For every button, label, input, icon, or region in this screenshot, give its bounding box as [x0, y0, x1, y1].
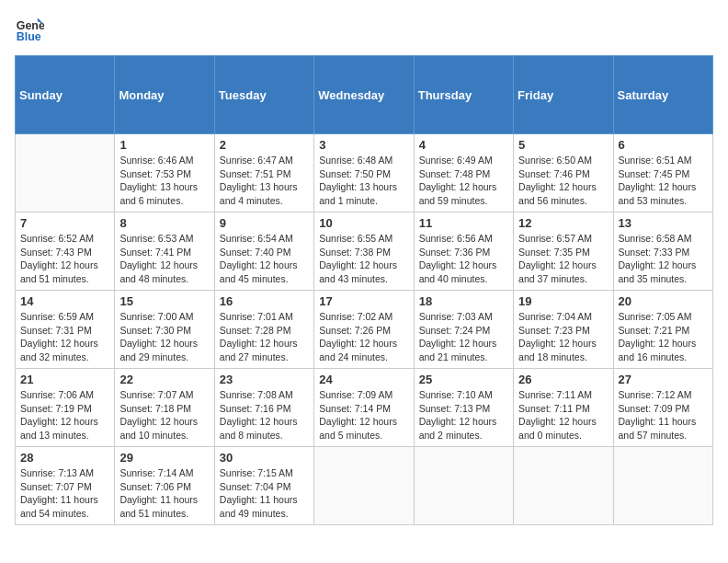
- calendar-cell: 16Sunrise: 7:01 AMSunset: 7:28 PMDayligh…: [214, 291, 313, 369]
- weekday-wednesday: Wednesday: [314, 56, 414, 134]
- weekday-saturday: Saturday: [613, 56, 712, 134]
- weekday-thursday: Thursday: [414, 56, 513, 134]
- calendar-body: 1Sunrise: 6:46 AMSunset: 7:53 PMDaylight…: [16, 134, 713, 525]
- calendar-cell: [514, 447, 613, 525]
- calendar-week-1: 1Sunrise: 6:46 AMSunset: 7:53 PMDaylight…: [16, 134, 713, 213]
- calendar-cell: 20Sunrise: 7:05 AMSunset: 7:21 PMDayligh…: [613, 291, 712, 369]
- calendar-cell: [414, 447, 513, 525]
- day-number: 20: [619, 294, 708, 308]
- day-number: 10: [319, 216, 408, 230]
- day-info: Sunrise: 7:05 AMSunset: 7:21 PMDaylight:…: [619, 310, 708, 364]
- day-number: 23: [220, 373, 309, 386]
- svg-text:Blue: Blue: [17, 30, 41, 43]
- day-info: Sunrise: 6:53 AMSunset: 7:41 PMDaylight:…: [119, 232, 209, 286]
- weekday-sunday: Sunday: [16, 56, 115, 134]
- weekday-header-row: SundayMondayTuesdayWednesdayThursdayFrid…: [16, 56, 713, 134]
- day-info: Sunrise: 7:13 AMSunset: 7:07 PMDaylight:…: [20, 466, 109, 521]
- day-number: 28: [20, 451, 109, 465]
- calendar-cell: [613, 447, 712, 525]
- day-number: 25: [419, 373, 508, 386]
- day-number: 19: [518, 294, 608, 308]
- calendar-cell: 3Sunrise: 6:48 AMSunset: 7:50 PMDaylight…: [314, 134, 414, 213]
- day-number: 29: [119, 451, 209, 465]
- day-number: 24: [319, 373, 408, 386]
- day-number: 30: [220, 451, 309, 465]
- day-number: 21: [20, 373, 109, 386]
- day-info: Sunrise: 6:54 AMSunset: 7:40 PMDaylight:…: [220, 232, 309, 286]
- day-number: 22: [119, 373, 209, 386]
- day-info: Sunrise: 7:12 AMSunset: 7:09 PMDaylight:…: [619, 388, 708, 442]
- day-number: 14: [20, 294, 109, 308]
- day-number: 4: [419, 138, 508, 152]
- day-number: 6: [619, 138, 708, 152]
- day-info: Sunrise: 7:04 AMSunset: 7:23 PMDaylight:…: [518, 310, 608, 364]
- logo-icon: General Blue: [15, 15, 44, 44]
- calendar-cell: 14Sunrise: 6:59 AMSunset: 7:31 PMDayligh…: [16, 291, 115, 369]
- calendar-cell: [16, 134, 115, 213]
- day-number: 8: [119, 216, 209, 230]
- day-number: 7: [20, 216, 109, 230]
- day-info: Sunrise: 6:58 AMSunset: 7:33 PMDaylight:…: [619, 232, 708, 286]
- calendar-cell: 2Sunrise: 6:47 AMSunset: 7:51 PMDaylight…: [214, 134, 313, 213]
- calendar-cell: 26Sunrise: 7:11 AMSunset: 7:11 PMDayligh…: [514, 369, 613, 447]
- day-info: Sunrise: 6:56 AMSunset: 7:36 PMDaylight:…: [419, 232, 508, 286]
- day-info: Sunrise: 7:03 AMSunset: 7:24 PMDaylight:…: [419, 310, 508, 364]
- calendar-cell: 8Sunrise: 6:53 AMSunset: 7:41 PMDaylight…: [115, 213, 214, 291]
- day-info: Sunrise: 6:51 AMSunset: 7:45 PMDaylight:…: [619, 154, 708, 208]
- calendar-cell: 27Sunrise: 7:12 AMSunset: 7:09 PMDayligh…: [613, 369, 712, 447]
- calendar-cell: 13Sunrise: 6:58 AMSunset: 7:33 PMDayligh…: [613, 213, 712, 291]
- calendar-cell: 11Sunrise: 6:56 AMSunset: 7:36 PMDayligh…: [414, 213, 513, 291]
- day-number: 11: [419, 216, 508, 230]
- calendar-cell: 19Sunrise: 7:04 AMSunset: 7:23 PMDayligh…: [514, 291, 613, 369]
- day-info: Sunrise: 7:15 AMSunset: 7:04 PMDaylight:…: [220, 466, 309, 521]
- calendar-cell: [314, 447, 414, 525]
- day-number: 12: [518, 216, 608, 230]
- day-number: 18: [419, 294, 508, 308]
- calendar-cell: 18Sunrise: 7:03 AMSunset: 7:24 PMDayligh…: [414, 291, 513, 369]
- calendar-cell: 24Sunrise: 7:09 AMSunset: 7:14 PMDayligh…: [314, 369, 414, 447]
- calendar-cell: 29Sunrise: 7:14 AMSunset: 7:06 PMDayligh…: [115, 447, 214, 525]
- weekday-tuesday: Tuesday: [214, 56, 313, 134]
- day-number: 5: [518, 138, 608, 152]
- calendar-cell: 22Sunrise: 7:07 AMSunset: 7:18 PMDayligh…: [115, 369, 214, 447]
- day-number: 3: [319, 138, 408, 152]
- calendar-week-3: 14Sunrise: 6:59 AMSunset: 7:31 PMDayligh…: [16, 291, 713, 369]
- calendar-week-2: 7Sunrise: 6:52 AMSunset: 7:43 PMDaylight…: [16, 213, 713, 291]
- day-info: Sunrise: 6:49 AMSunset: 7:48 PMDaylight:…: [419, 154, 508, 208]
- calendar-cell: 15Sunrise: 7:00 AMSunset: 7:30 PMDayligh…: [115, 291, 214, 369]
- weekday-monday: Monday: [115, 56, 214, 134]
- day-info: Sunrise: 6:48 AMSunset: 7:50 PMDaylight:…: [319, 154, 408, 208]
- day-info: Sunrise: 6:47 AMSunset: 7:51 PMDaylight:…: [220, 154, 309, 208]
- day-info: Sunrise: 6:55 AMSunset: 7:38 PMDaylight:…: [319, 232, 408, 286]
- day-info: Sunrise: 7:14 AMSunset: 7:06 PMDaylight:…: [119, 466, 209, 521]
- day-number: 13: [619, 216, 708, 230]
- day-number: 27: [619, 373, 708, 386]
- calendar-table: SundayMondayTuesdayWednesdayThursdayFrid…: [15, 55, 713, 525]
- day-info: Sunrise: 7:02 AMSunset: 7:26 PMDaylight:…: [319, 310, 408, 364]
- calendar-cell: 28Sunrise: 7:13 AMSunset: 7:07 PMDayligh…: [16, 447, 115, 525]
- calendar-cell: 30Sunrise: 7:15 AMSunset: 7:04 PMDayligh…: [214, 447, 313, 525]
- day-info: Sunrise: 7:08 AMSunset: 7:16 PMDaylight:…: [220, 388, 309, 442]
- day-info: Sunrise: 6:46 AMSunset: 7:53 PMDaylight:…: [119, 154, 209, 208]
- calendar-cell: 17Sunrise: 7:02 AMSunset: 7:26 PMDayligh…: [314, 291, 414, 369]
- day-number: 26: [518, 373, 608, 386]
- day-info: Sunrise: 7:01 AMSunset: 7:28 PMDaylight:…: [220, 310, 309, 364]
- day-info: Sunrise: 7:10 AMSunset: 7:13 PMDaylight:…: [419, 388, 508, 442]
- day-info: Sunrise: 7:09 AMSunset: 7:14 PMDaylight:…: [319, 388, 408, 442]
- day-info: Sunrise: 7:00 AMSunset: 7:30 PMDaylight:…: [119, 310, 209, 364]
- day-number: 15: [119, 294, 209, 308]
- day-info: Sunrise: 7:07 AMSunset: 7:18 PMDaylight:…: [119, 388, 209, 442]
- calendar-cell: 9Sunrise: 6:54 AMSunset: 7:40 PMDaylight…: [214, 213, 313, 291]
- calendar-week-4: 21Sunrise: 7:06 AMSunset: 7:19 PMDayligh…: [16, 369, 713, 447]
- day-info: Sunrise: 7:11 AMSunset: 7:11 PMDaylight:…: [518, 388, 608, 442]
- calendar-cell: 4Sunrise: 6:49 AMSunset: 7:48 PMDaylight…: [414, 134, 513, 213]
- day-number: 1: [119, 138, 209, 152]
- calendar-cell: 6Sunrise: 6:51 AMSunset: 7:45 PMDaylight…: [613, 134, 712, 213]
- day-number: 16: [220, 294, 309, 308]
- day-info: Sunrise: 6:52 AMSunset: 7:43 PMDaylight:…: [20, 232, 109, 286]
- weekday-friday: Friday: [514, 56, 613, 134]
- calendar-cell: 7Sunrise: 6:52 AMSunset: 7:43 PMDaylight…: [16, 213, 115, 291]
- day-number: 2: [220, 138, 309, 152]
- calendar-cell: 12Sunrise: 6:57 AMSunset: 7:35 PMDayligh…: [514, 213, 613, 291]
- logo: General Blue: [15, 15, 48, 44]
